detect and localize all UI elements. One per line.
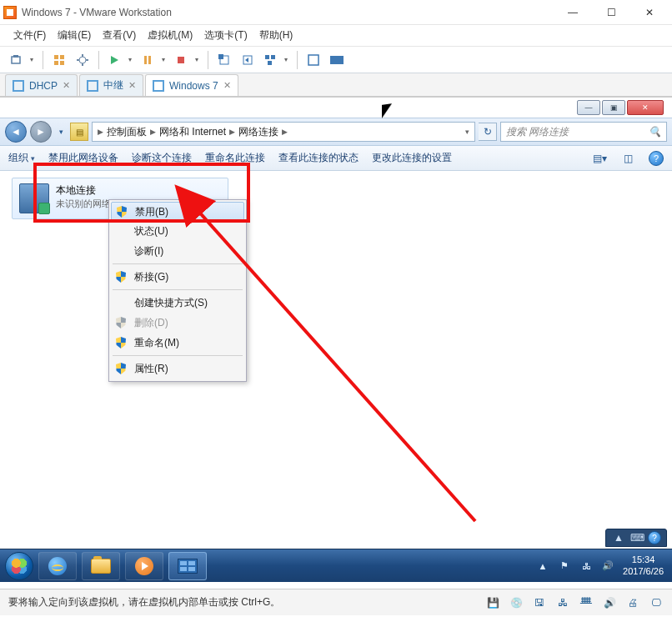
svg-rect-20 xyxy=(268,61,272,65)
explorer-content[interactable]: 本地连接 未识别的网络 禁用(B) 状态(U) 诊断(I) 桥接(G) xyxy=(0,171,672,554)
menu-edit[interactable]: 编辑(E) xyxy=(53,27,96,44)
device-sound-icon[interactable]: 🔊 xyxy=(602,595,617,610)
breadcrumb-item[interactable]: 控制面板 xyxy=(107,125,147,139)
ctx-bridge[interactable]: 桥接(G) xyxy=(111,267,244,287)
menu-vm[interactable]: 虚拟机(M) xyxy=(143,27,198,44)
preview-pane-button[interactable]: ◫ xyxy=(620,151,635,166)
guest-minimize-button[interactable]: ― xyxy=(577,100,600,115)
ctx-shortcut[interactable]: 创建快捷方式(S) xyxy=(111,293,244,313)
chevron-right-icon: ▶ xyxy=(98,128,103,136)
breadcrumb-item[interactable]: 网络和 Internet xyxy=(159,125,226,139)
minimize-button[interactable]: ― xyxy=(554,1,592,24)
vm-tab-close-icon[interactable]: ✕ xyxy=(63,80,70,91)
nav-back-button[interactable]: ◄ xyxy=(5,121,27,143)
start-button[interactable] xyxy=(5,552,33,580)
tray-up-icon[interactable]: ▲ xyxy=(536,559,549,573)
nav-history-dropdown[interactable]: ▾ xyxy=(55,123,67,140)
view-mode-button[interactable]: ▤▾ xyxy=(592,151,607,166)
volume-icon[interactable]: 🔊 xyxy=(601,559,614,573)
vm-tab-relay[interactable]: 中继 ✕ xyxy=(79,74,143,96)
search-input[interactable]: 搜索 网络连接 🔍 xyxy=(500,122,667,142)
annotation-arrow xyxy=(0,171,584,554)
device-floppy-icon[interactable]: 🖫 xyxy=(532,595,547,610)
ctx-properties[interactable]: 属性(R) xyxy=(111,359,244,379)
thumbnail-button[interactable] xyxy=(49,50,69,70)
tray-up-icon[interactable]: ▲ xyxy=(611,530,626,545)
menu-separator xyxy=(113,289,243,290)
svg-rect-4 xyxy=(54,61,58,65)
suspend-button[interactable] xyxy=(138,50,168,70)
device-network-icon[interactable]: 🖧 xyxy=(555,595,570,610)
power-off-button[interactable] xyxy=(172,50,202,70)
guest-maximize-button[interactable]: ▣ xyxy=(602,100,625,115)
unity-button[interactable] xyxy=(327,50,347,70)
refresh-button[interactable]: ↻ xyxy=(479,123,497,141)
menu-separator xyxy=(113,263,243,264)
flag-icon[interactable]: ⚑ xyxy=(558,559,571,573)
diagnose-button[interactable]: 诊断这个连接 xyxy=(132,151,192,165)
context-menu: 禁用(B) 状态(U) 诊断(I) 桥接(G) 创建快捷方式(S) xyxy=(108,199,247,382)
device-display-icon[interactable]: 🖵 xyxy=(649,595,664,610)
organize-button[interactable]: 组织 xyxy=(8,151,35,165)
power-on-button[interactable] xyxy=(105,50,135,70)
svg-rect-13 xyxy=(148,56,151,64)
keyboard-icon[interactable]: ⌨ xyxy=(629,530,644,545)
menu-file[interactable]: 文件(F) xyxy=(8,27,51,44)
taskbar-explorer[interactable] xyxy=(82,552,120,580)
taskbar-control-panel[interactable] xyxy=(168,552,207,580)
vmware-title: Windows 7 - VMware Workstation xyxy=(22,7,554,18)
vm-tab-close-icon[interactable]: ✕ xyxy=(223,80,231,91)
menu-tabs[interactable]: 选项卡(T) xyxy=(199,27,252,44)
clock[interactable]: 15:34 2017/6/26 xyxy=(623,554,664,578)
vmware-statusbar: 要将输入定向到该虚拟机，请在虚拟机内部单击或按 Ctrl+G。 💾 💿 🖫 🖧 … xyxy=(0,589,672,615)
library-button[interactable] xyxy=(7,50,37,70)
device-hdd-icon[interactable]: 💾 xyxy=(485,595,500,610)
menu-view[interactable]: 查看(V) xyxy=(98,27,141,44)
vm-tab-dhcp[interactable]: DHCP ✕ xyxy=(5,74,78,96)
change-settings-button[interactable]: 更改此连接的设置 xyxy=(372,151,452,165)
chevron-right-icon: ▶ xyxy=(282,128,288,136)
breadcrumb-item[interactable]: 网络连接 xyxy=(238,125,278,139)
svg-rect-12 xyxy=(144,56,147,64)
help-round-icon[interactable]: ? xyxy=(648,531,661,544)
media-player-icon xyxy=(135,557,153,575)
rename-button[interactable]: 重命名此连接 xyxy=(205,151,265,165)
vm-tab-icon xyxy=(87,80,98,92)
breadcrumb[interactable]: ▶ 控制面板 ▶ 网络和 Internet ▶ 网络连接 ▶ ▾ xyxy=(92,122,475,142)
nav-forward-button[interactable]: ► xyxy=(30,121,52,143)
svg-rect-16 xyxy=(218,54,223,59)
close-button[interactable]: ✕ xyxy=(630,1,669,24)
device-usb-icon[interactable]: ᚙ xyxy=(579,595,594,610)
address-folder-icon: ▤ xyxy=(70,123,88,141)
connection-title: 本地连接 xyxy=(56,183,111,198)
connection-subtitle: 未识别的网络 xyxy=(56,198,111,210)
guest-display[interactable]: ― ▣ ✕ ◄ ► ▾ ▤ ▶ 控制面板 ▶ 网络和 Internet ▶ 网络… xyxy=(0,97,672,615)
settings-button[interactable] xyxy=(73,50,93,70)
taskbar-ie[interactable] xyxy=(38,552,77,580)
taskbar-media-player[interactable] xyxy=(125,552,163,580)
ctx-rename[interactable]: 重命名(M) xyxy=(111,333,244,353)
guest-close-button[interactable]: ✕ xyxy=(627,100,664,115)
device-cd-icon[interactable]: 💿 xyxy=(509,595,524,610)
snapshot-revert-button[interactable] xyxy=(238,50,258,70)
ctx-disable[interactable]: 禁用(B) xyxy=(111,202,244,222)
ctx-status[interactable]: 状态(U) xyxy=(111,221,244,241)
vmware-titlebar: Windows 7 - VMware Workstation ― ☐ ✕ xyxy=(0,0,672,25)
help-icon[interactable]: ? xyxy=(649,151,664,166)
view-status-button[interactable]: 查看此连接的状态 xyxy=(278,151,359,165)
snapshot-button[interactable] xyxy=(214,50,234,70)
fullscreen-button[interactable] xyxy=(303,50,323,70)
network-icon[interactable]: 🖧 xyxy=(579,559,593,573)
ctx-diagnose[interactable]: 诊断(I) xyxy=(111,241,244,261)
vm-tab-close-icon[interactable]: ✕ xyxy=(128,80,136,91)
vm-tab-windows7[interactable]: Windows 7 ✕ xyxy=(145,74,238,96)
chevron-down-icon[interactable]: ▾ xyxy=(465,128,469,136)
vmware-toolbar xyxy=(0,47,672,73)
snapshot-mgr-button[interactable] xyxy=(261,50,291,70)
device-printer-icon[interactable]: 🖨 xyxy=(625,595,640,610)
svg-rect-9 xyxy=(77,59,79,61)
menu-help[interactable]: 帮助(H) xyxy=(254,27,298,44)
maximize-button[interactable]: ☐ xyxy=(592,1,630,24)
disable-device-button[interactable]: 禁用此网络设备 xyxy=(48,151,118,165)
search-placeholder: 搜索 网络连接 xyxy=(506,125,569,139)
